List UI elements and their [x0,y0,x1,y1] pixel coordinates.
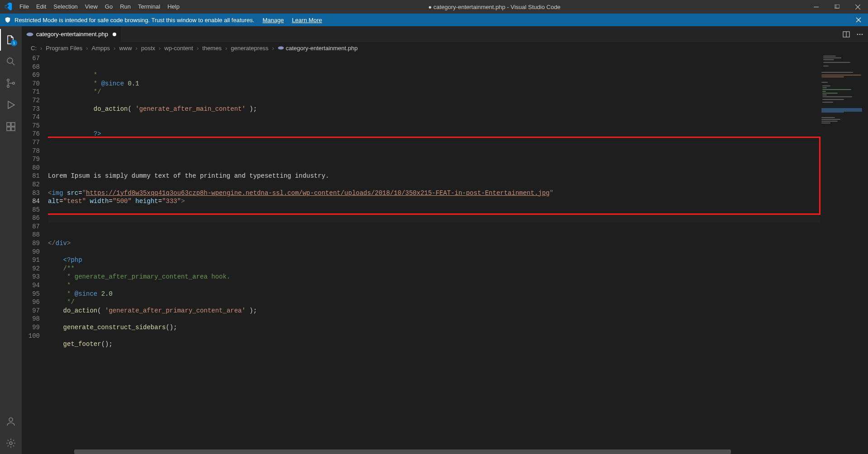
code-line[interactable] [48,122,821,130]
code-line[interactable] [48,315,821,323]
code-line[interactable] [48,113,821,122]
chevron-right-icon: › [270,45,275,52]
menu-file[interactable]: File [16,0,33,14]
code-line[interactable]: generate_construct_sidebars(); [48,323,821,332]
code-line[interactable] [48,138,821,147]
code-line[interactable]: alt="test" width="500" height="333"> [48,197,821,206]
manage-link[interactable]: Manage [262,17,284,24]
code-line[interactable] [48,231,821,239]
minimap-line [822,93,838,94]
breadcrumb-segment[interactable]: www [118,45,133,52]
tab-category-entertainment[interactable]: category-entertainment.php [22,26,121,42]
settings-gear-icon[interactable] [0,432,22,454]
line-number-gutter: 6768697071727374757677787980818283848586… [22,54,48,454]
code-line[interactable]: */ [48,298,821,307]
run-debug-icon[interactable] [0,94,22,116]
svg-point-18 [862,33,863,35]
learn-more-link[interactable]: Learn More [292,17,322,24]
menu-edit[interactable]: Edit [33,0,50,14]
breadcrumb-segment[interactable]: postx [140,45,156,52]
breadcrumb-segment[interactable]: Ampps [91,45,111,52]
code-line[interactable]: * [48,281,821,290]
line-number: 79 [22,155,40,164]
chevron-right-icon: › [157,45,162,52]
code-line[interactable] [48,214,821,222]
shield-icon [5,17,11,23]
svg-rect-7 [7,123,10,126]
code-line[interactable] [48,349,821,357]
code-line[interactable] [48,332,821,340]
line-number: 93 [22,273,40,281]
more-actions-icon[interactable] [856,31,863,38]
code-line[interactable]: * @since 0.1 [48,80,821,88]
menu-run[interactable]: Run [116,0,134,14]
breadcrumb-segment[interactable]: category-entertainment.php [277,45,359,52]
code-line[interactable] [48,222,821,231]
window-title: ● category-entertainment.php - Visual St… [183,4,806,10]
code-line[interactable]: get_footer(); [48,340,821,349]
explorer-icon[interactable]: 1 [0,29,22,51]
code-line[interactable]: * @since 2.0 [48,290,821,298]
breadcrumb-segment[interactable]: themes [201,45,223,52]
code-line[interactable] [48,96,821,105]
editor[interactable]: 6768697071727374757677787980818283848586… [22,54,868,454]
menu-view[interactable]: View [81,0,101,14]
breadcrumb-segment[interactable]: Program Files [45,45,83,52]
split-editor-icon[interactable] [843,31,850,38]
line-number: 67 [22,54,40,63]
line-number: 83 [22,189,40,198]
minimize-button[interactable] [806,0,826,14]
minimap-line [823,62,850,63]
menu-go[interactable]: Go [101,0,116,14]
code-line[interactable] [48,147,821,156]
breadcrumb-segment[interactable]: wp-content [163,45,194,52]
minimap-line [822,102,833,103]
minimap[interactable] [821,54,868,454]
code-line[interactable] [48,206,821,214]
code-line[interactable]: * generate_after_primary_content_area ho… [48,273,821,281]
line-number: 100 [22,332,40,340]
minimap-line [821,76,844,77]
code-line[interactable]: /** [48,265,821,273]
horizontal-scrollbar[interactable] [74,449,821,454]
chevron-right-icon: › [84,45,90,52]
code-line[interactable]: Lorem Ipsum is simply dummy text of the … [48,172,821,180]
code-line[interactable]: ?> [48,130,821,138]
maximize-button[interactable] [826,0,847,14]
source-control-icon[interactable] [0,72,22,94]
code-line[interactable]: do_action( 'generate_after_primary_conte… [48,307,821,315]
menu-terminal[interactable]: Terminal [134,0,164,14]
breadcrumb-segment[interactable]: C: [30,45,38,52]
line-number: 87 [22,222,40,231]
banner-close-icon[interactable] [854,17,863,23]
svg-point-6 [13,82,15,85]
code-line[interactable]: </div> [48,239,821,248]
line-number: 92 [22,265,40,273]
search-icon[interactable] [0,51,22,72]
minimap-line [821,75,861,76]
breadcrumb-segment[interactable]: generatepress [230,45,269,52]
close-button[interactable] [847,0,868,14]
svg-rect-10 [11,127,15,131]
svg-point-3 [7,58,13,63]
tab-label: category-entertainment.php [36,31,108,38]
breadcrumbs[interactable]: C:›Program Files›Ampps›www›postx›wp-cont… [22,42,868,54]
chevron-right-icon: › [195,45,200,52]
code-line[interactable] [48,180,821,189]
minimap-line [822,91,826,92]
code-line[interactable] [48,164,821,172]
menu-help[interactable]: Help [164,0,183,14]
code-line[interactable]: * [48,71,821,80]
code-line[interactable]: <?php [48,256,821,265]
accounts-icon[interactable] [0,411,22,432]
code-line[interactable] [48,155,821,164]
code-area[interactable]: * * @since 0.1 */ do_action( 'generate_a… [48,54,821,454]
minimap-line [821,121,838,122]
line-number: 75 [22,122,40,130]
code-line[interactable] [48,248,821,256]
extensions-icon[interactable] [0,116,22,137]
code-line[interactable]: do_action( 'generate_after_main_content'… [48,105,821,114]
code-line[interactable]: <img src="https://1yfd8w35xqq41q3ou63czp… [48,189,821,198]
menu-selection[interactable]: Selection [50,0,81,14]
code-line[interactable]: */ [48,88,821,96]
